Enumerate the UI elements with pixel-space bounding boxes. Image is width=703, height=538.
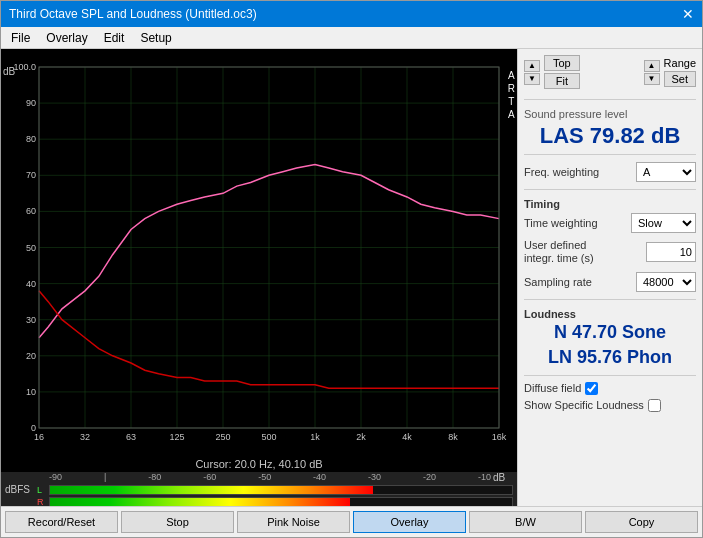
show-specific-label: Show Specific Loudness [524, 399, 644, 411]
meter-fill-r [50, 498, 350, 506]
arta-label: ARTA [508, 69, 515, 121]
bw-button[interactable]: B/W [469, 511, 582, 533]
meter-bars: -90 | -80 -60 -50 -40 -30 -20 -10 dB [37, 472, 513, 507]
channel-l-label: L [37, 485, 47, 495]
freq-weighting-select[interactable]: A B C Z [636, 162, 696, 182]
stop-button[interactable]: Stop [121, 511, 234, 533]
range-up-arrow[interactable]: ▲ [644, 60, 660, 72]
meter-row-right: R [37, 497, 513, 507]
meter-scale-top: -90 | -80 -60 -50 -40 -30 -20 -10 [49, 472, 491, 482]
freq-weighting-row: Freq. weighting A B C Z [524, 162, 696, 182]
channel-r-label: R [37, 497, 47, 507]
meter-row-left: L [37, 485, 513, 495]
user-integr-row: User defined integr. time (s) [524, 239, 696, 265]
sampling-rate-row: Sampling rate 44100 48000 96000 [524, 272, 696, 292]
sampling-rate-select[interactable]: 44100 48000 96000 [636, 272, 696, 292]
spl-section-label: Sound pressure level [524, 108, 696, 120]
bottom-buttons: Record/Reset Stop Pink Noise Overlay B/W… [1, 506, 702, 537]
menu-setup[interactable]: Setup [134, 30, 177, 46]
divider-5 [524, 375, 696, 376]
user-integr-label: User defined integr. time (s) [524, 239, 614, 265]
meter-scale-row-top: -90 | -80 -60 -50 -40 -30 -20 -10 dB [37, 472, 513, 483]
menu-overlay[interactable]: Overlay [40, 30, 93, 46]
range-arrow-group: ▲ ▼ [644, 60, 660, 85]
show-specific-row: Show Specific Loudness [524, 399, 696, 412]
time-weighting-select[interactable]: Slow Fast Impulse [631, 213, 696, 233]
copy-button[interactable]: Copy [585, 511, 698, 533]
record-reset-button[interactable]: Record/Reset [5, 511, 118, 533]
menu-bar: File Overlay Edit Setup [1, 27, 702, 49]
divider-1 [524, 99, 696, 100]
top-fit-controls: ▲ ▼ Top Fit ▲ ▼ Range Set [524, 55, 696, 89]
range-down-arrow[interactable]: ▼ [644, 73, 660, 85]
loudness-value-1: N 47.70 Sone [524, 322, 696, 344]
time-weighting-row: Time weighting Slow Fast Impulse [524, 213, 696, 233]
top-down-arrow[interactable]: ▼ [524, 73, 540, 85]
top-arrow-group: ▲ ▼ [524, 60, 540, 85]
spectrum-chart [1, 49, 517, 456]
cursor-info: Cursor: 20.0 Hz, 40.10 dB [1, 456, 517, 472]
show-specific-checkbox[interactable] [648, 399, 661, 412]
pink-noise-button[interactable]: Pink Noise [237, 511, 350, 533]
meter-fill-l [50, 486, 373, 494]
time-weighting-label: Time weighting [524, 217, 598, 229]
divider-4 [524, 299, 696, 300]
chart-container: ARTA [1, 49, 517, 456]
meter-track-l [49, 485, 513, 495]
menu-file[interactable]: File [5, 30, 36, 46]
sampling-rate-label: Sampling rate [524, 276, 592, 288]
diffuse-field-row: Diffuse field [524, 382, 696, 395]
diffuse-field-label: Diffuse field [524, 382, 581, 394]
top-button[interactable]: Top [544, 55, 580, 71]
chart-area: Third octave SPL ARTA Cursor: 20.0 Hz, 4… [1, 49, 517, 506]
menu-edit[interactable]: Edit [98, 30, 131, 46]
dbfs-label: dBFS [5, 484, 33, 495]
overlay-button[interactable]: Overlay [353, 511, 466, 533]
db-label: dB [493, 472, 513, 483]
timing-section-title: Timing [524, 198, 696, 210]
meter-track-r [49, 497, 513, 507]
close-button[interactable]: ✕ [682, 7, 694, 21]
window-title: Third Octave SPL and Loudness (Untitled.… [9, 7, 257, 21]
loudness-section-title: Loudness [524, 308, 696, 320]
diffuse-field-checkbox[interactable] [585, 382, 598, 395]
main-area: Third octave SPL ARTA Cursor: 20.0 Hz, 4… [1, 49, 702, 506]
spl-value: LAS 79.82 dB [524, 124, 696, 148]
top-up-arrow[interactable]: ▲ [524, 60, 540, 72]
loudness-value-2: LN 95.76 Phon [524, 347, 696, 369]
fit-button[interactable]: Fit [544, 73, 580, 89]
range-label: Range [664, 57, 696, 69]
right-panel: ▲ ▼ Top Fit ▲ ▼ Range Set [517, 49, 702, 506]
freq-weighting-label: Freq. weighting [524, 166, 599, 178]
divider-2 [524, 154, 696, 155]
level-meter: dBFS -90 | -80 -60 -50 -40 -30 -20 [1, 472, 517, 506]
main-window: Third Octave SPL and Loudness (Untitled.… [0, 0, 703, 538]
divider-3 [524, 189, 696, 190]
set-button[interactable]: Set [664, 71, 696, 87]
title-bar: Third Octave SPL and Loudness (Untitled.… [1, 1, 702, 27]
user-integr-input[interactable] [646, 242, 696, 262]
range-set-group: Range Set [664, 57, 696, 87]
top-fit-group: Top Fit [544, 55, 580, 89]
